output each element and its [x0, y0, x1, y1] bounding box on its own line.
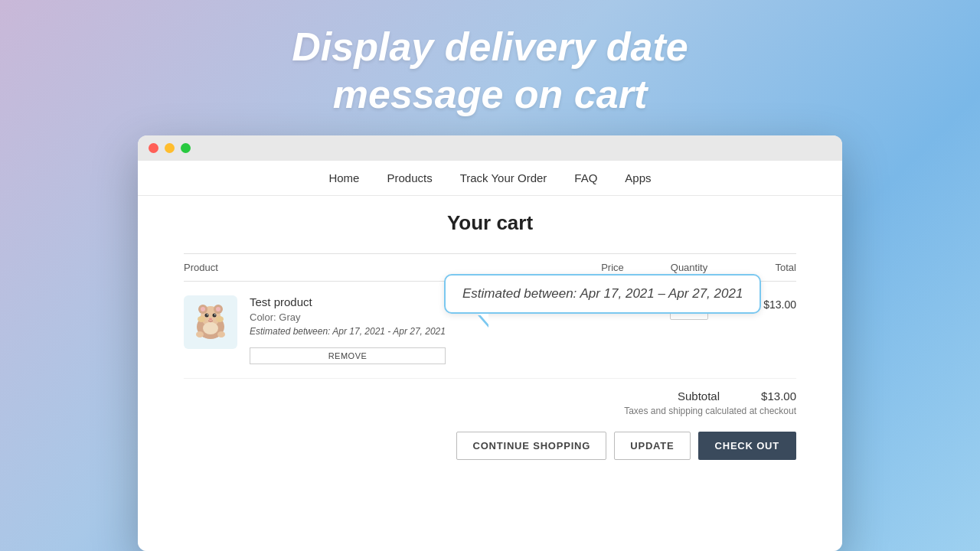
- delivery-tooltip: Estimated between: Apr 17, 2021 – Apr 27…: [444, 274, 761, 314]
- svg-point-4: [201, 307, 205, 311]
- nav-item-track-order[interactable]: Track Your Order: [460, 171, 547, 184]
- maximize-icon[interactable]: [181, 143, 191, 153]
- table-row: Estimated between: Apr 17, 2021 – Apr 27…: [184, 282, 796, 379]
- tax-note: Taxes and shipping calculated at checkou…: [624, 406, 796, 416]
- nav-item-apps[interactable]: Apps: [625, 171, 651, 184]
- nav-bar: Home Products Track Your Order FAQ Apps: [138, 161, 842, 196]
- cart-section: Your cart Product Price Quantity Total E…: [138, 196, 842, 491]
- col-header-product: Product: [184, 262, 574, 273]
- col-header-quantity: Quantity: [651, 262, 727, 273]
- tooltip-text: Estimated between: Apr 17, 2021 – Apr 27…: [444, 274, 761, 314]
- update-button[interactable]: UPDATE: [614, 432, 690, 460]
- browser-content: Home Products Track Your Order FAQ Apps …: [138, 161, 842, 551]
- svg-point-14: [217, 331, 225, 337]
- checkout-button[interactable]: CHECK OUT: [698, 432, 796, 460]
- tooltip-arrow-inner: [479, 314, 488, 324]
- subtotal-amount: $13.00: [750, 390, 796, 403]
- svg-point-15: [203, 322, 218, 334]
- svg-point-8: [207, 314, 208, 315]
- browser-titlebar: [138, 135, 842, 161]
- svg-point-10: [209, 318, 212, 320]
- action-buttons: CONTINUE SHOPPING UPDATE CHECK OUT: [184, 424, 796, 475]
- svg-point-6: [205, 313, 209, 317]
- svg-point-5: [216, 307, 220, 311]
- svg-point-13: [196, 331, 204, 337]
- nav-item-products[interactable]: Products: [387, 171, 432, 184]
- nav-item-faq[interactable]: FAQ: [574, 171, 597, 184]
- browser-window: Home Products Track Your Order FAQ Apps …: [138, 135, 842, 551]
- product-image-svg: [188, 299, 234, 345]
- col-header-total: Total: [727, 262, 796, 273]
- cart-title: Your cart: [184, 211, 796, 235]
- subtotal-section: Subtotal $13.00 Taxes and shipping calcu…: [184, 379, 796, 424]
- product-image: [184, 295, 237, 349]
- estimated-delivery-text: Estimated between: Apr 17, 2021 - Apr 27…: [250, 326, 446, 337]
- svg-point-11: [198, 316, 205, 322]
- product-details: Test product Color: Gray Estimated betwe…: [250, 295, 446, 364]
- minimize-icon[interactable]: [165, 143, 175, 153]
- nav-item-home[interactable]: Home: [328, 171, 359, 184]
- subtotal-row: Subtotal $13.00: [678, 390, 796, 403]
- col-header-price: Price: [574, 262, 651, 273]
- svg-point-12: [216, 316, 224, 322]
- hero-title: Display delivery date message on cart: [292, 23, 688, 119]
- remove-button[interactable]: REMOVE: [250, 347, 446, 364]
- svg-point-7: [213, 313, 217, 317]
- svg-point-9: [214, 314, 216, 315]
- close-icon[interactable]: [149, 143, 158, 153]
- subtotal-label: Subtotal: [678, 390, 720, 403]
- product-name: Test product: [250, 295, 446, 308]
- product-variant: Color: Gray: [250, 311, 446, 323]
- continue-shopping-button[interactable]: CONTINUE SHOPPING: [456, 432, 606, 460]
